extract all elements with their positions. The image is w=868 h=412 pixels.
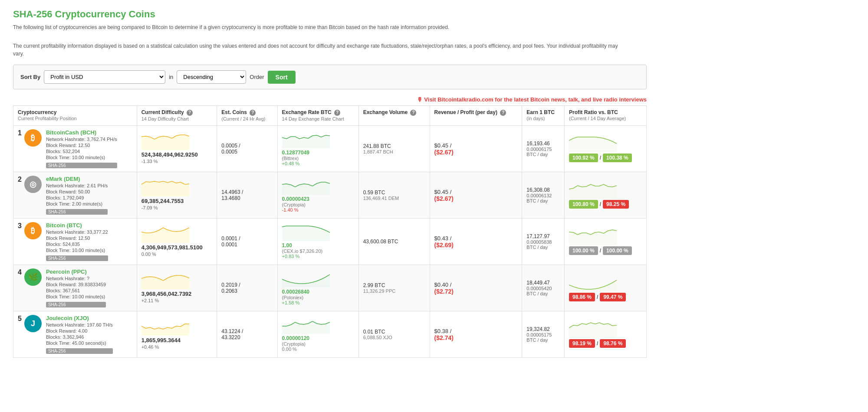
exchange-pct: -1.40 % [282, 207, 354, 213]
est-current: 0.0001 / [221, 235, 273, 242]
ratio-current: 100.00 % [569, 246, 598, 255]
exchange-rate-cell: 0.00000120 (Cryptopia) 0.00 % [277, 311, 358, 358]
ratio-current: 100.92 % [569, 154, 598, 162]
revenue-val: $0.45 / [434, 142, 518, 149]
exchange-volume-cell: 2.99 BTC 11,326.29 PPC [358, 265, 430, 311]
svg-marker-7 [282, 226, 330, 241]
ratio-current: 98.19 % [569, 339, 595, 348]
sha-badge: SHA-256 [46, 163, 117, 168]
exchange-rate-cell: 0.00026840 (Poloniex) +1.58 % [277, 265, 358, 311]
difficulty-pct: -7.09 % [141, 205, 213, 210]
sort-button[interactable]: Sort [268, 71, 296, 84]
coin-icon: ₿ [24, 222, 42, 239]
coin-blocks: Blocks: 3,362,946 [46, 334, 113, 340]
profit-val: ($2.67) [434, 149, 518, 156]
ratio-avg: 98.76 % [600, 339, 626, 348]
difficulty-pct: 0.00 % [141, 252, 213, 257]
coin-name[interactable]: eMark (DEM) [46, 176, 108, 182]
profit-val: ($2.67) [434, 195, 518, 202]
coin-block-time: Block Time: 2.00 minute(s) [46, 201, 108, 206]
coin-block-time: Block Time: 10.00 minute(s) [46, 248, 108, 253]
coin-blocks: Blocks: 1,792,049 [46, 195, 108, 200]
rank-cell: 5 J Joulecoin (XJO) Network Hashrate: 19… [13, 311, 137, 358]
revenue-val: $0.45 / [434, 189, 518, 195]
coin-block-time: Block Time: 45.00 second(s) [46, 340, 113, 346]
table-row: 5 J Joulecoin (XJO) Network Hashrate: 19… [13, 311, 647, 358]
vol-btc: 0.59 BTC [363, 190, 425, 196]
ratio-current: 98.86 % [569, 293, 595, 301]
earn-unit: BTC / day [526, 198, 560, 203]
difficulty-num: 1,865,995.3644 [141, 337, 213, 343]
help-exchange-icon[interactable]: ? [334, 110, 340, 116]
est-coins-cell: 0.0005 / 0.0005 [217, 126, 277, 172]
rank-cell: 2 ◎ eMark (DEM) Network Hashrate: 2.61 P… [13, 172, 137, 219]
exchange-rate-val: 0.00000423 [282, 196, 354, 202]
exchange-rate-val: 0.12877049 [282, 150, 354, 156]
coin-blocks: Blocks: 532,204 [46, 149, 117, 154]
exchange-source: (Cryptopia) [282, 341, 354, 347]
earn-btc-day: 0.00006175 [526, 147, 560, 152]
table-row: 2 ◎ eMark (DEM) Network Hashrate: 2.61 P… [13, 172, 647, 219]
description-1: The following list of cryptocurrencies a… [13, 23, 621, 31]
difficulty-cell: 69,385,244.7553 -7.09 % [137, 172, 217, 219]
help-volume-icon[interactable]: ? [410, 110, 416, 116]
exchange-volume-cell: 241.88 BTC 1,887.47 BCH [358, 126, 430, 172]
svg-marker-14 [569, 323, 617, 338]
coin-hashrate: Network Hashrate: 3,762.74 PH/s [46, 137, 117, 142]
earn-btc-cell: 18,449.47 0.00005420 BTC / day [522, 265, 565, 311]
earn-btc-cell: 19,324.82 0.00005175 BTC / day [522, 311, 565, 358]
radio-banner: 🎙 Visit Bitcointalkradio.com for the lat… [13, 96, 647, 103]
ratio-current: 100.80 % [569, 200, 598, 209]
help-est-icon[interactable]: ? [250, 110, 256, 116]
help-difficulty-icon[interactable]: ? [187, 110, 193, 116]
svg-marker-10 [282, 275, 330, 288]
difficulty-pct: -1.33 % [141, 159, 213, 164]
exchange-rate-cell: 0.00000423 (Cryptopia) -1.40 % [277, 172, 358, 219]
revenue-profit-cell: $0.38 / ($2.74) [430, 311, 522, 358]
vol-coin: 11,326.29 PPC [363, 288, 425, 294]
th-exchange-rate: Exchange Rate BTC ? 14 Day Exchange Rate… [277, 106, 358, 126]
exchange-rate-cell: 1.00 (CEX.io $7,326.20) +0.83 % [277, 219, 358, 265]
in-label: in [169, 74, 173, 80]
est-current: 0.2019 / [221, 282, 273, 288]
revenue-profit-cell: $0.45 / ($2.67) [430, 172, 522, 219]
exchange-rate-cell: 0.12877049 (Bittrex) +0.48 % [277, 126, 358, 172]
coin-icon: 🌿 [24, 268, 42, 286]
est-current: 0.0005 / [221, 143, 273, 149]
rank-cell: 4 🌿 Peercoin (PPC) Network Hashrate: ? B… [13, 265, 137, 311]
earn-btc-day: 0.00005175 [526, 332, 560, 337]
help-revenue-icon[interactable]: ? [500, 110, 506, 116]
profit-ratio-cell: 98.86 % / 99.47 % [565, 265, 647, 311]
coin-name[interactable]: Bitcoin (BTC) [46, 222, 108, 229]
earn-btc-day: 0.00005838 [526, 239, 560, 245]
coin-hashrate: Network Hashrate: 2.61 PH/s [46, 183, 108, 188]
svg-marker-13 [282, 321, 330, 334]
sort-by-select[interactable]: Profit in USD Current Difficulty Exchang… [44, 70, 165, 84]
svg-marker-11 [569, 280, 617, 291]
coin-name[interactable]: BitcoinCash (BCH) [46, 129, 117, 136]
earn-days: 16,193.46 [526, 141, 560, 147]
th-earn-1btc: Earn 1 BTC (in days) [522, 106, 565, 126]
table-row: 1 ₿ BitcoinCash (BCH) Network Hashrate: … [13, 126, 647, 172]
coin-name[interactable]: Peercoin (PPC) [46, 268, 106, 275]
coin-blocks: Blocks: 524,835 [46, 242, 108, 247]
svg-marker-0 [141, 135, 189, 150]
coin-name[interactable]: Joulecoin (XJO) [46, 315, 113, 321]
svg-marker-9 [141, 275, 189, 289]
profit-ratio-cell: 98.19 % / 98.76 % [565, 311, 647, 358]
difficulty-cell: 1,865,995.3644 +0.46 % [137, 311, 217, 358]
description-2: The current profitability information di… [13, 42, 621, 58]
est-coins-cell: 0.0001 / 0.0001 [217, 219, 277, 265]
coin-icon: ◎ [24, 176, 42, 193]
vol-btc: 2.99 BTC [363, 282, 425, 288]
vol-btc: 241.88 BTC [363, 143, 425, 149]
difficulty-cell: 3,968,456,042.7392 +2.11 % [137, 265, 217, 311]
revenue-val: $0.43 / [434, 235, 518, 242]
order-select[interactable]: Descending Ascending [177, 70, 246, 84]
est-coins-cell: 43.1224 / 43.3220 [217, 311, 277, 358]
table-row: 4 🌿 Peercoin (PPC) Network Hashrate: ? B… [13, 265, 647, 311]
earn-btc-day: 0.00006132 [526, 193, 560, 198]
est-current: 43.1224 / [221, 328, 273, 334]
th-revenue-profit: Revenue / Profit (per day) ? [430, 106, 522, 126]
sha-badge: SHA-256 [46, 255, 108, 261]
